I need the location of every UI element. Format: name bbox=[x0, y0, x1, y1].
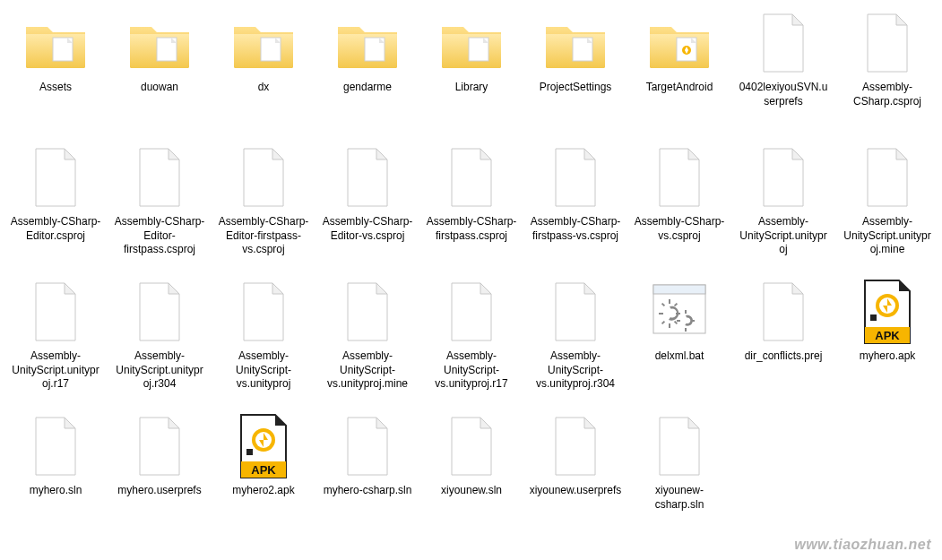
generic-file-icon bbox=[20, 276, 91, 348]
file-label: dir_conflicts.prej bbox=[741, 348, 826, 366]
file-item[interactable]: Assembly-UnityScript-vs.unityproj.r17 bbox=[419, 276, 523, 410]
file-item[interactable]: Assembly-CSharp-vs.csproj bbox=[627, 142, 731, 276]
file-item[interactable]: Assembly-UnityScript-vs.unityproj.mine bbox=[315, 276, 419, 410]
file-item[interactable]: Assembly-UnityScript.unityproj.r304 bbox=[108, 276, 212, 410]
file-label: Library bbox=[452, 79, 492, 97]
file-item[interactable]: xiyounew.userprefs bbox=[523, 410, 627, 545]
file-label: Assets bbox=[36, 79, 75, 97]
file-item[interactable]: ProjectSettings bbox=[523, 7, 627, 142]
file-item[interactable]: Assets bbox=[4, 7, 108, 142]
file-item[interactable]: myhero.sln bbox=[4, 410, 108, 545]
file-item[interactable]: Assembly-CSharp-Editor-firstpass-vs.cspr… bbox=[212, 142, 315, 276]
file-label: Assembly-CSharp-Editor-firstpass.csproj bbox=[109, 213, 210, 259]
file-label: Assembly-CSharp-firstpass-vs.csproj bbox=[525, 213, 626, 245]
file-item[interactable]: myhero-csharp.sln bbox=[315, 410, 419, 545]
file-label: myhero2.apk bbox=[229, 482, 298, 500]
apk-file-icon: APK bbox=[851, 276, 923, 348]
file-label: TargetAndroid bbox=[643, 79, 717, 97]
file-item[interactable]: Assembly-CSharp-firstpass.csproj bbox=[419, 142, 523, 276]
file-item[interactable]: Assembly-UnityScript-vs.unityproj bbox=[212, 276, 315, 410]
file-label: Assembly-UnityScript.unityproj.r17 bbox=[5, 348, 106, 393]
svg-rect-34 bbox=[246, 449, 253, 455]
svg-rect-23 bbox=[677, 320, 680, 322]
file-label: myhero.userprefs bbox=[114, 482, 204, 500]
file-item[interactable]: gendarme bbox=[315, 7, 419, 142]
file-item[interactable]: 0402lexiyouSVN.userprefs bbox=[731, 7, 835, 142]
file-item[interactable]: Assembly-UnityScript.unityproj.r17 bbox=[4, 276, 108, 410]
generic-file-icon bbox=[540, 410, 611, 482]
svg-rect-12 bbox=[669, 299, 670, 304]
file-label: xiyounew.userprefs bbox=[526, 482, 626, 500]
svg-point-20 bbox=[684, 319, 687, 323]
file-item[interactable]: myhero.userprefs bbox=[108, 410, 212, 545]
generic-file-icon bbox=[436, 276, 507, 348]
watermark-text: www.tiaozhuan.net bbox=[794, 537, 931, 553]
generic-file-icon bbox=[748, 7, 819, 79]
generic-file-icon bbox=[748, 142, 819, 213]
generic-file-icon bbox=[20, 142, 91, 213]
file-item[interactable]: dx bbox=[212, 7, 315, 142]
folder-icon bbox=[228, 7, 299, 79]
file-item[interactable]: delxml.bat bbox=[627, 276, 731, 410]
file-item[interactable]: Assembly-CSharp-Editor.csproj bbox=[4, 142, 108, 276]
file-item[interactable]: dir_conflicts.prej bbox=[731, 276, 835, 410]
file-label: ProjectSettings bbox=[536, 79, 616, 97]
folder-icon bbox=[644, 7, 715, 79]
generic-file-icon bbox=[332, 410, 403, 482]
file-label: Assembly-UnityScript-vs.unityproj bbox=[213, 348, 314, 393]
file-item[interactable]: Assembly-CSharp.csproj bbox=[835, 7, 939, 142]
file-label: 0402lexiyouSVN.userprefs bbox=[733, 79, 834, 110]
file-label: Assembly-UnityScript-vs.unityproj.r304 bbox=[525, 348, 626, 393]
file-item[interactable]: duowan bbox=[108, 7, 212, 142]
folder-icon bbox=[540, 7, 611, 79]
generic-file-icon bbox=[748, 276, 819, 348]
file-label: Assembly-UnityScript.unityproj.mine bbox=[837, 213, 938, 259]
file-label: xiyounew.sln bbox=[437, 482, 506, 500]
file-label: Assembly-UnityScript-vs.unityproj.r17 bbox=[421, 348, 522, 393]
file-item[interactable]: Assembly-UnityScript.unityproj bbox=[731, 142, 835, 276]
file-item[interactable]: TargetAndroid bbox=[627, 7, 731, 142]
file-label: xiyounew-csharp.sln bbox=[629, 482, 730, 513]
file-label: duowan bbox=[137, 79, 182, 97]
file-label: Assembly-CSharp-vs.csproj bbox=[629, 213, 730, 245]
file-item[interactable]: xiyounew-csharp.sln bbox=[627, 410, 731, 545]
svg-text:APK: APK bbox=[251, 463, 276, 477]
folder-icon bbox=[124, 7, 195, 79]
file-item[interactable]: Assembly-CSharp-Editor-firstpass.csproj bbox=[108, 142, 212, 276]
generic-file-icon bbox=[436, 410, 507, 482]
generic-file-icon bbox=[228, 142, 299, 213]
apk-file-icon: APK bbox=[228, 410, 299, 482]
file-item[interactable]: APK myhero2.apk bbox=[212, 410, 315, 545]
file-grid: Assets duowan bbox=[0, 0, 942, 552]
file-label: Assembly-UnityScript-vs.unityproj.mine bbox=[317, 348, 418, 393]
file-item[interactable]: Assembly-CSharp-Editor-vs.csproj bbox=[315, 142, 419, 276]
svg-rect-14 bbox=[659, 313, 663, 314]
file-item[interactable]: APK myhero.apk bbox=[835, 276, 939, 410]
svg-point-11 bbox=[667, 311, 672, 316]
folder-icon bbox=[436, 7, 507, 79]
file-label: Assembly-CSharp.csproj bbox=[837, 79, 938, 110]
file-label: myhero.apk bbox=[856, 348, 920, 366]
file-item[interactable]: xiyounew.sln bbox=[419, 410, 523, 545]
generic-file-icon bbox=[644, 410, 715, 482]
file-item[interactable]: Assembly-UnityScript.unityproj.mine bbox=[835, 142, 939, 276]
file-label: delxml.bat bbox=[652, 348, 708, 366]
file-label: dx bbox=[255, 79, 273, 97]
folder-icon bbox=[20, 7, 91, 79]
file-label: Assembly-CSharp-Editor-vs.csproj bbox=[317, 213, 418, 245]
svg-rect-29 bbox=[870, 314, 877, 321]
generic-file-icon bbox=[851, 7, 923, 79]
file-label: gendarme bbox=[340, 79, 395, 97]
file-item[interactable]: Assembly-UnityScript-vs.unityproj.r304 bbox=[523, 276, 627, 410]
file-item[interactable]: Library bbox=[419, 7, 523, 142]
file-label: Assembly-UnityScript.unityproj bbox=[733, 213, 834, 259]
svg-rect-15 bbox=[676, 313, 680, 314]
file-item[interactable]: Assembly-CSharp-firstpass-vs.csproj bbox=[523, 142, 627, 276]
generic-file-icon bbox=[332, 276, 403, 348]
generic-file-icon bbox=[851, 142, 923, 213]
svg-text:APK: APK bbox=[875, 329, 900, 342]
generic-file-icon bbox=[644, 142, 715, 213]
generic-file-icon bbox=[436, 142, 507, 213]
file-label: myhero-csharp.sln bbox=[320, 482, 416, 500]
file-label: Assembly-CSharp-Editor.csproj bbox=[5, 213, 106, 245]
